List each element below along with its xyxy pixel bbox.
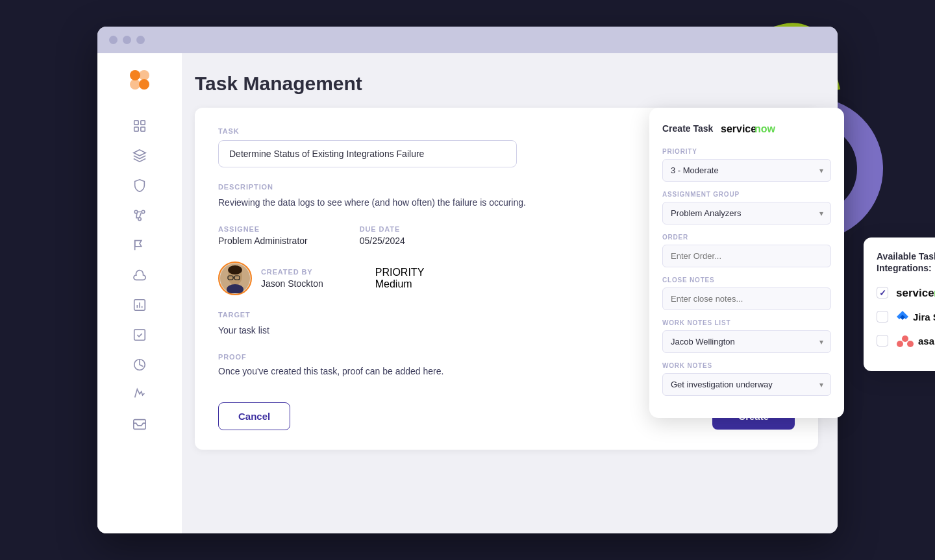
sidebar-item-packages[interactable] [125,141,154,170]
priority-value: Medium [375,278,425,290]
asana-label: asana [918,335,935,347]
sidebar-item-reports[interactable] [125,291,154,319]
sidebar-item-flags[interactable] [125,231,154,260]
svg-point-0 [130,70,140,80]
sidebar-item-cloud[interactable] [125,261,154,289]
sidebar-item-workflows[interactable] [125,201,154,230]
creator-meta: CREATED BY Jason Stockton [261,268,323,289]
assignee-value: Problem Administrator [218,236,308,246]
main-content: Task Management TASK DESCRIPTION Reviewi… [182,53,838,533]
jira-logo: Jira Software [896,310,935,323]
svg-text:service: service [721,123,756,134]
sn-work-notes-list-select[interactable]: Jacob Wellington Wellington Jacob [662,330,831,353]
svg-rect-5 [141,121,145,125]
servicenow-checkbox[interactable] [877,287,888,298]
sn-work-notes-list-wrapper: Jacob Wellington Wellington Jacob [662,330,831,353]
sn-create-task-label: Create Task [662,123,713,134]
task-input[interactable] [218,140,517,167]
sn-work-notes-select[interactable]: Get investigation underway [662,373,831,396]
creator-avatar [218,262,252,295]
sn-assignment-group-select[interactable]: Problem Analyzers [662,202,831,225]
svg-point-3 [139,79,149,90]
sidebar-item-dashboard[interactable] [125,112,154,140]
due-date-label: DUE DATE [360,225,405,233]
svg-rect-18 [134,420,145,430]
browser-body: Task Management TASK DESCRIPTION Reviewi… [97,53,838,533]
assignee-field: ASSIGNEE Problem Administrator [218,225,308,246]
sn-work-notes-wrapper: Get investigation underway [662,373,831,396]
sn-close-notes-input[interactable] [662,287,831,310]
svg-rect-16 [134,330,145,341]
page-title: Task Management [195,73,818,95]
svg-point-31 [897,341,903,347]
due-date-field: DUE DATE 05/25/2024 [360,225,405,246]
sn-assignment-group-wrapper: Problem Analyzers [662,202,831,225]
integrations-title: Available Task Management Integrations: [877,250,935,274]
priority-label: PRIORITY [375,267,425,278]
sidebar-nav [97,112,182,439]
created-by-value: Jason Stockton [261,278,323,289]
servicenow-panel: Create Task service now PRIORITY [649,108,844,418]
sn-logo: service now [721,121,779,136]
sn-header: Create Task service now [662,121,831,136]
assignee-label: ASSIGNEE [218,225,308,233]
app-logo [126,66,153,93]
svg-point-2 [130,79,140,90]
sn-order-input[interactable] [662,245,831,267]
browser-dot-yellow [123,36,131,44]
svg-text:service: service [896,287,934,299]
integration-item-asana: asana [877,334,935,348]
integrations-popup: Available Task Management Integrations: … [864,237,935,371]
browser-dot-red [109,36,118,44]
svg-point-9 [142,210,145,213]
sn-priority-select[interactable]: 1 - Critical 2 - High 3 - Moderate 4 - L… [662,159,831,182]
svg-point-1 [139,70,149,80]
jira-checkbox[interactable] [877,311,888,323]
svg-rect-4 [134,121,138,125]
svg-rect-6 [134,127,138,131]
sn-close-notes-label: CLOSE NOTES [662,276,831,284]
integration-item-servicenow: service now [877,286,935,300]
browser-titlebar [97,27,838,53]
svg-text:now: now [754,123,776,134]
due-date-value: 05/25/2024 [360,236,405,246]
asana-logo: asana [896,334,935,348]
svg-point-32 [907,341,914,347]
created-by-label: CREATED BY [261,268,323,276]
svg-point-8 [134,210,138,213]
svg-rect-7 [141,127,145,131]
jira-label: Jira Software [913,311,935,323]
sidebar-item-inbox[interactable] [125,410,154,439]
integration-item-jira: Jira Software [877,310,935,323]
asana-checkbox[interactable] [877,335,888,347]
task-form-card: TASK DESCRIPTION Reviewing the data logs… [195,108,818,450]
sn-priority-label: PRIORITY [662,148,831,155]
svg-point-30 [902,335,908,342]
cancel-button[interactable]: Cancel [218,402,290,430]
sidebar-item-tasks[interactable] [125,321,154,349]
sidebar [97,53,182,533]
priority-field: PRIORITY Medium [375,267,425,290]
sidebar-item-goals[interactable] [125,380,154,409]
servicenow-logo: service now [896,286,935,300]
sn-order-label: ORDER [662,234,831,241]
sidebar-item-analytics[interactable] [125,350,154,379]
sn-work-notes-label: WORK NOTES [662,362,831,369]
svg-point-21 [228,265,242,274]
browser-window: Task Management TASK DESCRIPTION Reviewi… [97,27,838,533]
creator-info: CREATED BY Jason Stockton [218,262,323,295]
browser-dot-green [136,36,145,44]
sidebar-item-security[interactable] [125,171,154,200]
sn-priority-wrapper: 1 - Critical 2 - High 3 - Moderate 4 - L… [662,159,831,182]
sn-work-notes-list-label: WORK NOTES LIST [662,319,831,326]
sn-assignment-group-label: ASSIGNMENT GROUP [662,191,831,198]
